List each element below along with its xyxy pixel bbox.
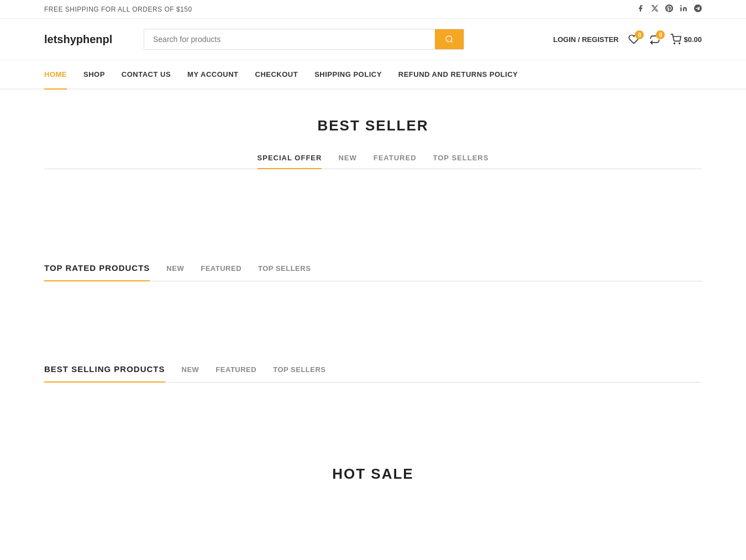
hot-sale-section: HOT SALE (44, 465, 702, 527)
search-button[interactable] (435, 29, 464, 49)
top-bar: FREE SHIPPING FOR ALL ORDERS OF $150 (0, 0, 746, 19)
svg-point-0 (680, 5, 681, 6)
compare-count: 0 (656, 30, 665, 39)
top-rated-tab-featured[interactable]: FEATURED (201, 264, 241, 280)
logo[interactable]: letshyphenpl (44, 33, 133, 46)
header-actions: LOGIN / REGISTER 0 0 $0.00 (553, 34, 702, 45)
facebook-icon[interactable] (637, 4, 644, 14)
cart-button[interactable]: $0.00 (670, 34, 702, 45)
best-selling-tab-top-sellers[interactable]: TOP SELLERS (273, 365, 325, 381)
linkedin-icon[interactable] (680, 4, 687, 14)
tab-new[interactable]: NEW (338, 154, 356, 169)
top-rated-products (44, 298, 702, 331)
best-selling-header: BEST SELLING PRODUCTS NEW FEATURED TOP S… (44, 364, 702, 383)
nav-shop[interactable]: SHOP (83, 60, 105, 88)
top-rated-title: TOP RATED PRODUCTS (44, 263, 150, 281)
pinterest-icon[interactable] (665, 4, 673, 14)
best-selling-products (44, 399, 702, 432)
main-navigation: HOME SHOP CONTACT US MY ACCOUNT CHECKOUT… (0, 60, 746, 90)
best-selling-title: BEST SELLING PRODUCTS (44, 364, 165, 383)
twitter-x-icon[interactable] (651, 4, 659, 14)
compare-button[interactable]: 0 (649, 34, 660, 45)
best-selling-section: BEST SELLING PRODUCTS NEW FEATURED TOP S… (44, 364, 702, 432)
social-icons-container (637, 4, 702, 14)
search-input[interactable] (144, 29, 435, 49)
top-rated-section: TOP RATED PRODUCTS NEW FEATURED TOP SELL… (44, 263, 702, 331)
best-seller-section: BEST SELLER SPECIAL OFFER NEW FEATURED T… (44, 117, 702, 230)
tab-top-sellers[interactable]: TOP SELLERS (433, 154, 489, 169)
nav-checkout[interactable]: CHECKOUT (255, 60, 298, 88)
best-selling-tab-featured[interactable]: FEATURED (216, 365, 256, 381)
nav-shipping-policy[interactable]: SHIPPING POLICY (314, 60, 382, 88)
main-content: BEST SELLER SPECIAL OFFER NEW FEATURED T… (0, 90, 746, 560)
svg-point-1 (446, 36, 452, 42)
svg-line-2 (451, 41, 453, 43)
svg-point-3 (674, 43, 675, 44)
search-bar (144, 29, 464, 50)
nav-refund-policy[interactable]: REFUND AND RETURNS POLICY (398, 60, 518, 88)
header: letshyphenpl LOGIN / REGISTER 0 0 $0.00 (0, 19, 746, 60)
best-seller-tabs: SPECIAL OFFER NEW FEATURED TOP SELLERS (44, 154, 702, 169)
top-rated-tab-new[interactable]: NEW (166, 264, 184, 280)
hot-sale-title: HOT SALE (44, 465, 702, 483)
login-register-link[interactable]: LOGIN / REGISTER (553, 35, 618, 44)
svg-point-4 (679, 43, 680, 44)
nav-home[interactable]: HOME (44, 60, 67, 88)
best-seller-products (44, 186, 702, 230)
tab-featured[interactable]: FEATURED (374, 154, 417, 169)
top-rated-tab-top-sellers[interactable]: TOP SELLERS (258, 264, 311, 280)
wishlist-count: 0 (635, 30, 644, 39)
shipping-notice: FREE SHIPPING FOR ALL ORDERS OF $150 (44, 6, 192, 13)
top-rated-header: TOP RATED PRODUCTS NEW FEATURED TOP SELL… (44, 263, 702, 281)
hot-sale-products (44, 505, 702, 527)
best-seller-title: BEST SELLER (44, 117, 702, 134)
nav-contact-us[interactable]: CONTACT US (122, 60, 171, 88)
wishlist-button[interactable]: 0 (628, 34, 639, 45)
tab-special-offer[interactable]: SPECIAL OFFER (258, 154, 322, 169)
nav-my-account[interactable]: MY ACCOUNT (187, 60, 238, 88)
cart-total: $0.00 (684, 35, 702, 44)
telegram-icon[interactable] (694, 4, 702, 14)
best-selling-tab-new[interactable]: NEW (182, 365, 199, 381)
